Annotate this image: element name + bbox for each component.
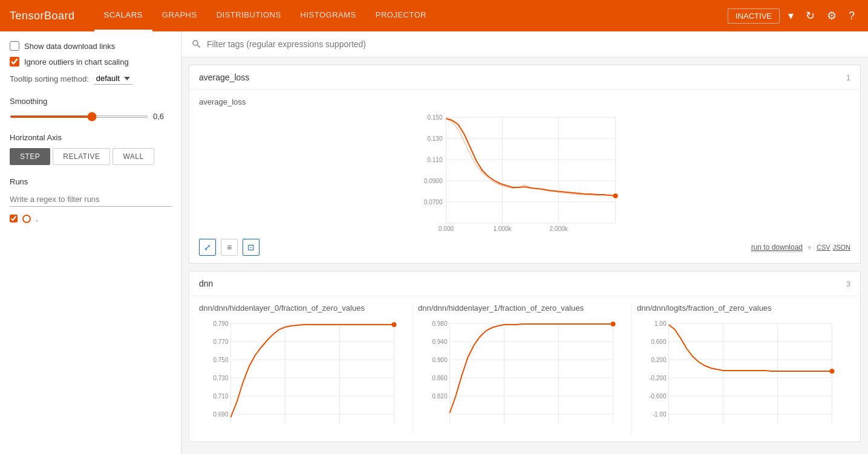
smoothing-title: Smoothing: [10, 97, 171, 106]
settings-button[interactable]: ⚙: [823, 5, 840, 26]
dnn-svg-3: 1.00 0.600 0.200 -0.200 -0.600 -1.00: [637, 317, 846, 432]
runs-filter-input[interactable]: [10, 192, 171, 207]
show-download-checkbox[interactable]: [10, 41, 19, 51]
dnn-svg-1: 0.790 0.770 0.750 0.730 0.710 0.690: [199, 317, 408, 432]
help-button[interactable]: ?: [845, 6, 858, 26]
svg-text:0.110: 0.110: [427, 157, 442, 163]
dnn-chart-3: dnn/dnn/logits/fraction_of_zero_values 1…: [632, 303, 850, 434]
dnn-header: dnn 3: [189, 271, 860, 296]
axis-title: Horizontal Axis: [10, 133, 171, 142]
axis-step-button[interactable]: STEP: [10, 148, 50, 165]
smoothing-row: 0,6: [10, 112, 171, 121]
chart-end-dot: [613, 193, 618, 198]
dnn-chart-2-title: dnn/dnn/hiddenlayer_1/fraction_of_zero_v…: [418, 303, 627, 313]
options-section: Show data download links Ignore outliers…: [10, 41, 171, 85]
run-name: .: [36, 214, 38, 223]
dnn-count: 3: [846, 279, 850, 288]
csv-json-buttons: CSV JSON: [817, 244, 850, 251]
svg-text:-0.600: -0.600: [649, 393, 667, 400]
run-item: .: [10, 214, 171, 223]
nav-graphs[interactable]: GRAPHS: [152, 0, 207, 31]
show-download-label: Show data download links: [24, 42, 115, 51]
svg-text:0.940: 0.940: [432, 339, 447, 345]
svg-text:0.770: 0.770: [213, 339, 228, 345]
svg-text:0.0700: 0.0700: [424, 199, 443, 206]
smoothing-value: 0,6: [153, 112, 171, 121]
nav-projector[interactable]: PROJECTOR: [366, 0, 436, 31]
sidebar-bottom: TOGGLE ALL RUNS ./train/linreg: [10, 235, 171, 454]
app-title: TensorBoard: [10, 10, 75, 22]
tooltip-label: Tooltip sorting method:: [10, 74, 89, 83]
search-icon: [191, 39, 202, 50]
svg-text:1.000k: 1.000k: [493, 225, 512, 232]
dropdown-icon[interactable]: ▾: [785, 5, 797, 26]
svg-text:0.150: 0.150: [427, 114, 442, 121]
dnn-chart-1: dnn/dnn/hiddenlayer_0/fraction_of_zero_v…: [199, 303, 413, 434]
runs-title: Runs: [10, 177, 171, 186]
filter-bar: [181, 31, 868, 57]
average-loss-card: average_loss: [189, 90, 860, 263]
expand-icon[interactable]: ⤢: [199, 239, 216, 256]
refresh-button[interactable]: ↻: [802, 5, 818, 26]
run-checkbox[interactable]: [10, 215, 18, 222]
main-content: average_loss 1 average_loss: [181, 31, 868, 454]
svg-text:0.730: 0.730: [213, 375, 228, 381]
dnn-section: dnn 3 dnn/dnn/hiddenlayer_0/fraction_of_…: [189, 271, 861, 442]
svg-text:0.820: 0.820: [432, 393, 447, 400]
tooltip-row: Tooltip sorting method: default: [10, 73, 171, 85]
dnn-chart-3-title: dnn/dnn/logits/fraction_of_zero_values: [637, 303, 846, 313]
nav-right: INACTIVE ▾ ↻ ⚙ ?: [728, 5, 858, 26]
nav-links: SCALARS GRAPHS DISTRIBUTIONS HISTOGRAMS …: [94, 0, 728, 31]
svg-point-34: [392, 322, 397, 327]
svg-text:0.900: 0.900: [432, 357, 447, 363]
zoom-icon[interactable]: ⊡: [243, 239, 259, 256]
axis-wall-button[interactable]: WALL: [113, 148, 154, 165]
dnn-title: dnn: [199, 279, 213, 288]
svg-point-67: [830, 369, 835, 374]
smoothing-section: Smoothing 0,6: [10, 97, 171, 121]
axis-relative-button[interactable]: RELATIVE: [53, 148, 110, 165]
runs-section: Runs .: [10, 177, 171, 223]
average-loss-title: average_loss: [199, 73, 249, 82]
dnn-svg-2: 0.980 0.940 0.900 0.860 0.820: [418, 317, 627, 432]
svg-text:0.750: 0.750: [213, 357, 228, 363]
tooltip-select[interactable]: default: [94, 73, 132, 85]
nav-histograms[interactable]: HISTOGRAMS: [291, 0, 366, 31]
svg-text:0.690: 0.690: [213, 411, 228, 418]
svg-text:0.200: 0.200: [651, 357, 666, 363]
dnn-charts-grid: dnn/dnn/hiddenlayer_0/fraction_of_zero_v…: [189, 296, 860, 441]
svg-text:0.710: 0.710: [213, 393, 228, 400]
json-button[interactable]: JSON: [833, 244, 850, 251]
svg-text:-0.200: -0.200: [649, 375, 667, 381]
axis-section: Horizontal Axis STEP RELATIVE WALL: [10, 133, 171, 165]
svg-text:-1.00: -1.00: [653, 411, 667, 418]
dnn-chart-2: dnn/dnn/hiddenlayer_1/fraction_of_zero_v…: [413, 303, 632, 434]
data-icon[interactable]: ≡: [221, 239, 238, 256]
filter-input[interactable]: [207, 39, 858, 49]
run-color-circle: [22, 215, 31, 223]
svg-text:0.980: 0.980: [432, 320, 447, 327]
svg-text:0.860: 0.860: [432, 375, 447, 381]
ignore-outliers-label: Ignore outliers in chart scaling: [24, 57, 129, 66]
ignore-outliers-checkbox[interactable]: [10, 57, 19, 66]
csv-button[interactable]: CSV: [817, 244, 830, 251]
average-loss-header: average_loss 1: [189, 65, 860, 90]
smoothing-slider[interactable]: [10, 115, 148, 118]
average-loss-count: 1: [846, 73, 850, 82]
svg-text:0.000: 0.000: [439, 225, 454, 232]
svg-text:1.00: 1.00: [654, 320, 667, 327]
status-badge[interactable]: INACTIVE: [728, 8, 780, 24]
average-loss-section: average_loss 1 average_loss: [189, 65, 861, 264]
average-loss-svg: 0.150 0.130 0.110 0.0900 0.0700 0.000 1.…: [199, 111, 850, 232]
ignore-outliers-row: Ignore outliers in chart scaling: [10, 57, 171, 66]
chart-toolbar: ⤢ ≡ ⊡ run to download ▾ CSV JSON: [199, 239, 850, 256]
nav-distributions[interactable]: DISTRIBUTIONS: [207, 0, 291, 31]
navbar: TensorBoard SCALARS GRAPHS DISTRIBUTIONS…: [0, 0, 868, 31]
sidebar: Show data download links Ignore outliers…: [0, 31, 181, 454]
download-link[interactable]: run to download: [751, 243, 803, 252]
app-layout: Show data download links Ignore outliers…: [0, 31, 868, 454]
svg-point-50: [611, 322, 616, 326]
show-download-row: Show data download links: [10, 41, 171, 51]
svg-text:2.000k: 2.000k: [549, 225, 568, 232]
nav-scalars[interactable]: SCALARS: [94, 0, 152, 31]
